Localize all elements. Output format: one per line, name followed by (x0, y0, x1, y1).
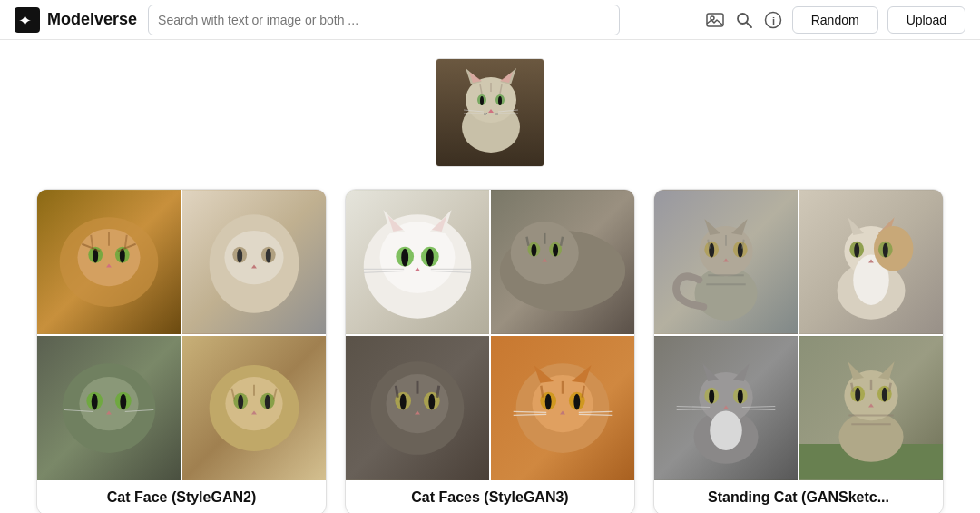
result-card-1[interactable]: Cat Face (StyleGAN2) (36, 189, 327, 513)
logo-icon: ✦ (15, 7, 40, 33)
main-content: × (0, 40, 980, 513)
uploaded-cat-image (436, 59, 544, 167)
svg-point-115 (545, 394, 552, 410)
svg-point-176 (855, 388, 860, 402)
svg-text:i: i (772, 15, 775, 26)
card-images-1 (37, 190, 326, 480)
card-footer-2: Cat Faces (StyleGAN3) (346, 480, 634, 513)
upload-button[interactable]: Upload (887, 6, 965, 34)
svg-point-103 (428, 394, 435, 410)
card-image-3-1 (654, 190, 798, 334)
header: ✦ Modelverse i Random Upload (0, 0, 980, 40)
card-image-2-4 (491, 336, 634, 480)
svg-point-18 (498, 96, 502, 105)
card-image-1-4 (182, 336, 326, 480)
svg-line-5 (747, 23, 751, 27)
svg-point-162 (710, 410, 742, 449)
info-icon[interactable]: i (763, 10, 783, 30)
search-bar[interactable] (148, 5, 620, 35)
card-image-2-2 (491, 190, 634, 334)
results-grid: Cat Face (StyleGAN2) (27, 189, 953, 513)
svg-point-88 (511, 222, 579, 284)
card-images-3 (654, 190, 943, 480)
svg-point-177 (882, 388, 887, 402)
svg-text:✦: ✦ (18, 12, 32, 30)
card-image-3-2 (799, 190, 943, 334)
svg-point-64 (265, 395, 270, 409)
svg-point-150 (883, 243, 888, 258)
logo-area: ✦ Modelverse (15, 7, 137, 33)
svg-point-149 (854, 243, 859, 258)
svg-line-105 (396, 386, 397, 398)
svg-point-92 (553, 244, 558, 257)
card-image-1-2 (182, 190, 326, 334)
card-image-1-1 (37, 190, 181, 334)
card-title-2: Cat Faces (StyleGAN3) (411, 489, 568, 505)
svg-point-79 (401, 249, 408, 267)
svg-rect-2 (707, 14, 723, 26)
svg-point-46 (266, 249, 271, 263)
card-title-1: Cat Face (StyleGAN2) (107, 489, 257, 505)
svg-point-91 (531, 244, 536, 257)
logo-text: Modelverse (47, 10, 137, 29)
uploaded-preview: × (27, 58, 953, 167)
random-button[interactable]: Random (792, 6, 878, 34)
svg-point-159 (709, 390, 714, 404)
card-image-2-3 (346, 336, 489, 480)
svg-point-63 (238, 395, 243, 409)
card-footer-1: Cat Face (StyleGAN2) (37, 480, 326, 513)
card-title-3: Standing Cat (GANSketc... (708, 489, 889, 505)
svg-line-107 (437, 386, 439, 398)
svg-point-45 (237, 249, 242, 263)
result-card-2[interactable]: Cat Faces (StyleGAN3) (345, 189, 635, 513)
cat-svg (436, 59, 544, 167)
svg-point-17 (480, 96, 484, 105)
result-card-3[interactable]: Standing Cat (GANSketc... (653, 189, 944, 513)
card-footer-3: Standing Cat (GANSketc... (654, 480, 943, 513)
svg-point-160 (738, 390, 743, 404)
image-icon[interactable] (705, 10, 725, 30)
svg-point-53 (92, 394, 98, 410)
svg-point-4 (738, 14, 748, 24)
svg-point-102 (400, 394, 407, 410)
card-image-3-3 (654, 336, 798, 480)
card-image-2-1 (346, 190, 489, 334)
search-icon[interactable] (734, 10, 754, 30)
svg-point-54 (120, 394, 126, 410)
card-image-1-3 (37, 336, 181, 480)
svg-point-80 (426, 249, 434, 267)
svg-point-116 (573, 394, 580, 410)
header-icons: i Random Upload (705, 6, 965, 34)
uploaded-image-wrapper: × (436, 58, 544, 167)
card-images-2 (346, 190, 634, 480)
search-input[interactable] (158, 13, 610, 27)
card-image-3-4 (799, 336, 943, 480)
